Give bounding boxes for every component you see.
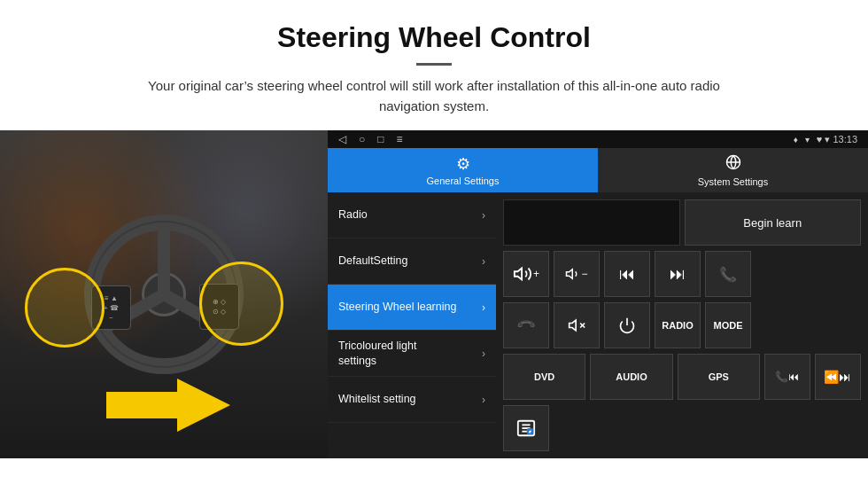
next-track-button[interactable]: ⏭ xyxy=(655,251,701,297)
menu-default-label: DefaultSetting xyxy=(338,254,408,268)
arrow-head xyxy=(177,379,230,432)
menu-steering-chevron: › xyxy=(482,301,485,314)
settings-menu: Radio › DefaultSetting › Steering Wheel … xyxy=(328,192,496,458)
settings-content: Radio › DefaultSetting › Steering Wheel … xyxy=(328,192,868,458)
menu-item-tricoloured[interactable]: Tricoloured lightsettings › xyxy=(328,331,496,377)
tab-general-label: General Settings xyxy=(427,176,500,186)
back-icon[interactable]: ◁ xyxy=(338,133,346,145)
dvd-button[interactable]: DVD xyxy=(503,354,585,400)
menu-item-steering-wheel[interactable]: Steering Wheel learning › xyxy=(328,285,496,331)
power-button[interactable] xyxy=(604,302,650,348)
subtitle: Your original car’s steering wheel contr… xyxy=(133,76,735,116)
menu-whitelist-chevron: › xyxy=(482,394,485,406)
menu-item-radio[interactable]: Radio › xyxy=(328,192,496,238)
svg-marker-6 xyxy=(567,270,573,279)
menu-whitelist-label: Whitelist setting xyxy=(338,392,416,406)
highlight-circle-right xyxy=(199,262,283,346)
skip-combo-button[interactable]: ⏪⏭ xyxy=(815,354,861,400)
tab-bar: ⚙ General Settings System Settings xyxy=(328,148,868,192)
menu-item-whitelist[interactable]: Whitelist setting › xyxy=(328,377,496,423)
general-settings-icon: ⚙ xyxy=(456,154,470,174)
tab-system-label: System Settings xyxy=(698,176,768,187)
control-row-1: + − ⏮ ⏭ xyxy=(503,251,861,297)
status-bar: ◁ ○ □ ≡ ♦ ▾ ♥ ▾ 13:13 xyxy=(328,130,868,148)
system-settings-icon xyxy=(725,154,741,175)
page-container: Steering Wheel Control Your original car… xyxy=(0,0,868,458)
recents-icon[interactable]: □ xyxy=(377,133,384,145)
nav-icons: ◁ ○ □ ≡ xyxy=(338,133,403,145)
status-right: ♦ ▾ ♥ ▾ 13:13 xyxy=(794,134,857,145)
direction-arrow xyxy=(106,379,230,432)
gps-button[interactable]: GPS xyxy=(678,354,760,400)
whitelist-icon-button[interactable] xyxy=(503,405,549,451)
mode-label: MODE xyxy=(714,320,743,331)
phone-button[interactable]: 📞 xyxy=(705,251,751,297)
tab-system-settings[interactable]: System Settings xyxy=(598,148,868,192)
menu-steering-label: Steering Wheel learning xyxy=(338,300,456,314)
begin-learn-button[interactable]: Begin learn xyxy=(685,199,862,246)
svg-marker-7 xyxy=(570,320,577,331)
radio-button[interactable]: RADIO xyxy=(655,302,701,348)
radio-label: RADIO xyxy=(662,320,693,331)
menu-radio-chevron: › xyxy=(482,209,485,222)
header-section: Steering Wheel Control Your original car… xyxy=(0,0,868,130)
highlight-circle-left xyxy=(25,268,105,348)
control-row-2: 📞 xyxy=(503,302,861,348)
volume-down-button[interactable]: − xyxy=(554,251,600,297)
phone-prev-button[interactable]: 📞⏮ xyxy=(764,354,810,400)
menu-default-chevron: › xyxy=(482,255,485,268)
prev-track-button[interactable]: ⏮ xyxy=(604,251,650,297)
arrow-body xyxy=(106,392,177,418)
page-title: Steering Wheel Control xyxy=(35,21,833,54)
home-icon[interactable]: ○ xyxy=(359,133,365,145)
control-row-3: DVD AUDIO GPS 📞⏮ ⏪⏭ xyxy=(503,354,861,400)
menu-radio-label: Radio xyxy=(338,207,368,222)
control-row-4 xyxy=(503,405,861,451)
clock: ♥ ▾ 13:13 xyxy=(817,134,857,145)
menu-icon[interactable]: ≡ xyxy=(397,133,403,145)
empty-display-cell xyxy=(503,199,680,246)
mute-button[interactable] xyxy=(554,302,600,348)
right-panel: Begin learn + xyxy=(496,192,868,458)
svg-marker-5 xyxy=(515,269,522,280)
signal-icon: ▾ xyxy=(805,135,810,145)
menu-tricoloured-label: Tricoloured lightsettings xyxy=(338,339,416,368)
menu-tricoloured-chevron: › xyxy=(482,348,485,360)
top-control-row: Begin learn xyxy=(503,199,861,246)
hangup-button[interactable]: 📞 xyxy=(503,302,549,348)
menu-item-default-setting[interactable]: DefaultSetting › xyxy=(328,238,496,285)
android-screen: ◁ ○ □ ≡ ♦ ▾ ♥ ▾ 13:13 ⚙ General Settings xyxy=(328,130,868,458)
tab-general-settings[interactable]: ⚙ General Settings xyxy=(328,148,598,192)
content-area: ≡ ▲ + ☎ − ⊕ ◇ ⊙ ◇ xyxy=(0,130,868,458)
car-image-area: ≡ ▲ + ☎ − ⊕ ◇ ⊙ ◇ xyxy=(0,130,328,458)
mode-button[interactable]: MODE xyxy=(705,302,751,348)
volume-up-button[interactable]: + xyxy=(503,251,549,297)
audio-button[interactable]: AUDIO xyxy=(590,354,672,400)
title-divider xyxy=(416,63,452,66)
location-icon: ♦ xyxy=(794,135,798,145)
